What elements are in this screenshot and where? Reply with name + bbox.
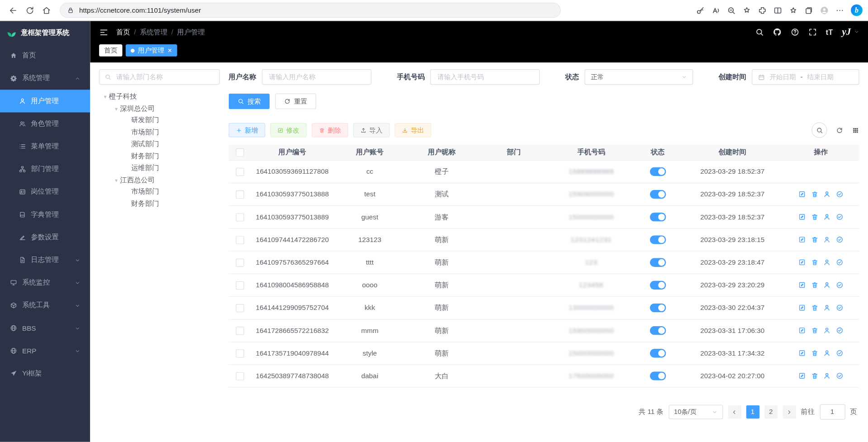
- sidebar-item-BBS[interactable]: BBS: [0, 317, 90, 339]
- tree-node-江西总公司[interactable]: ▾江西总公司: [99, 174, 220, 186]
- split-screen-icon[interactable]: [773, 6, 783, 15]
- nav-search-icon[interactable]: [755, 28, 764, 37]
- tab-用户管理[interactable]: 用户管理×: [126, 44, 177, 57]
- breadcrumb-item[interactable]: 用户管理: [177, 28, 205, 37]
- refresh-table-button[interactable]: [836, 127, 843, 134]
- column-header[interactable]: 手机号码: [550, 147, 633, 157]
- delete-button[interactable]: 删除: [312, 123, 348, 138]
- authorize-icon[interactable]: [835, 236, 843, 244]
- column-header[interactable]: 状态: [633, 147, 683, 157]
- collections-icon[interactable]: [804, 6, 813, 15]
- phone-input[interactable]: [436, 72, 533, 81]
- row-checkbox[interactable]: [236, 258, 244, 266]
- sidebar-item-参数设置[interactable]: 参数设置: [0, 226, 90, 248]
- sidebar-item-ERP[interactable]: ERP: [0, 339, 90, 362]
- sidebar-item-菜单管理[interactable]: 菜单管理: [0, 135, 90, 158]
- tab-首页[interactable]: 首页: [99, 44, 122, 57]
- status-toggle[interactable]: [650, 235, 665, 244]
- add-favorite-icon[interactable]: [742, 6, 751, 15]
- row-checkbox[interactable]: [236, 167, 244, 176]
- status-toggle[interactable]: [650, 349, 665, 358]
- status-toggle[interactable]: [650, 258, 665, 267]
- edit-icon[interactable]: [798, 214, 806, 221]
- authorize-icon[interactable]: [835, 372, 843, 380]
- sidebar-item-角色管理[interactable]: 角色管理: [0, 112, 90, 135]
- zoom-icon[interactable]: [727, 6, 736, 15]
- extensions-icon[interactable]: [758, 6, 767, 15]
- caret-down-icon[interactable]: ▾: [112, 105, 120, 111]
- dept-search-input[interactable]: [115, 72, 214, 81]
- status-select[interactable]: 正常: [584, 69, 693, 85]
- reset-password-icon[interactable]: [823, 372, 831, 380]
- read-aloud-icon[interactable]: [711, 6, 721, 15]
- delete-icon[interactable]: [811, 214, 818, 221]
- export-button[interactable]: 导出: [395, 123, 432, 138]
- tree-node-财务部门[interactable]: 财务部门: [99, 150, 220, 162]
- fullscreen-icon[interactable]: [808, 28, 817, 37]
- authorize-icon[interactable]: [835, 281, 843, 289]
- edit-icon[interactable]: [798, 190, 806, 198]
- delete-icon[interactable]: [811, 372, 818, 380]
- search-button[interactable]: 搜索: [228, 94, 270, 109]
- reset-button[interactable]: 重置: [275, 94, 316, 109]
- breadcrumb-item[interactable]: 首页: [116, 28, 130, 37]
- import-button[interactable]: 导入: [353, 123, 390, 138]
- browser-profile-avatar[interactable]: [820, 6, 829, 15]
- delete-icon[interactable]: [811, 281, 818, 289]
- row-checkbox[interactable]: [236, 190, 244, 198]
- status-toggle[interactable]: [650, 213, 665, 222]
- column-header[interactable]: 用户昵称: [406, 147, 478, 157]
- sidebar-item-字典管理[interactable]: 字典管理: [0, 203, 90, 226]
- authorize-icon[interactable]: [835, 259, 843, 266]
- delete-icon[interactable]: [811, 350, 818, 357]
- column-settings-button[interactable]: [852, 127, 859, 134]
- row-checkbox[interactable]: [236, 349, 244, 357]
- authorize-icon[interactable]: [835, 327, 843, 334]
- more-menu-icon[interactable]: [835, 6, 844, 15]
- help-icon[interactable]: [790, 28, 799, 37]
- tree-node-研发部门[interactable]: 研发部门: [99, 114, 220, 126]
- copilot-icon[interactable]: b: [851, 5, 863, 16]
- close-icon[interactable]: ×: [168, 47, 172, 54]
- sidebar-item-用户管理[interactable]: 用户管理: [0, 90, 90, 112]
- status-toggle[interactable]: [650, 371, 665, 380]
- github-icon[interactable]: [773, 28, 782, 37]
- toggle-search-button[interactable]: [811, 122, 827, 138]
- reset-password-icon[interactable]: [823, 236, 831, 244]
- column-header[interactable]: 用户编号: [251, 147, 334, 157]
- tree-node-市场部门[interactable]: 市场部门: [99, 127, 220, 138]
- column-header[interactable]: 部门: [478, 147, 550, 157]
- status-toggle[interactable]: [650, 326, 665, 335]
- collapse-sidebar-icon[interactable]: [99, 28, 109, 37]
- tree-node-橙子科技[interactable]: ▾橙子科技: [99, 91, 220, 103]
- refresh-page-button[interactable]: [22, 3, 38, 18]
- edit-icon[interactable]: [798, 304, 806, 312]
- edit-icon[interactable]: [798, 259, 806, 266]
- favorites-icon[interactable]: [789, 6, 798, 15]
- status-toggle[interactable]: [650, 281, 665, 290]
- edit-icon[interactable]: [798, 327, 806, 334]
- modify-button[interactable]: 修改: [270, 123, 307, 138]
- status-toggle[interactable]: [650, 190, 665, 199]
- sidebar-item-系统工具[interactable]: 系统工具: [0, 294, 90, 317]
- status-toggle[interactable]: [650, 304, 665, 313]
- row-checkbox[interactable]: [236, 372, 244, 380]
- tree-node-运维部门[interactable]: 运维部门: [99, 162, 220, 174]
- caret-down-icon[interactable]: ▾: [112, 177, 120, 183]
- reset-password-icon[interactable]: [823, 281, 831, 289]
- tree-node-市场部门[interactable]: 市场部门: [99, 186, 220, 198]
- column-header[interactable]: 用户账号: [334, 147, 406, 157]
- reset-password-icon[interactable]: [823, 304, 831, 312]
- tree-node-财务部门[interactable]: 财务部门: [99, 198, 220, 210]
- row-checkbox[interactable]: [236, 326, 244, 334]
- username-input[interactable]: [268, 72, 365, 81]
- row-checkbox[interactable]: [236, 281, 244, 289]
- sidebar-item-首页[interactable]: 首页: [0, 44, 90, 67]
- authorize-icon[interactable]: [835, 214, 843, 221]
- tree-node-深圳总公司[interactable]: ▾深圳总公司: [99, 103, 220, 114]
- page-button-1[interactable]: 1: [746, 405, 759, 418]
- sidebar-item-岗位管理[interactable]: 岗位管理: [0, 181, 90, 203]
- tree-node-测试部门[interactable]: 测试部门: [99, 138, 220, 150]
- caret-down-icon[interactable]: ▾: [101, 94, 109, 100]
- sidebar-item-系统管理[interactable]: 系统管理: [0, 67, 90, 90]
